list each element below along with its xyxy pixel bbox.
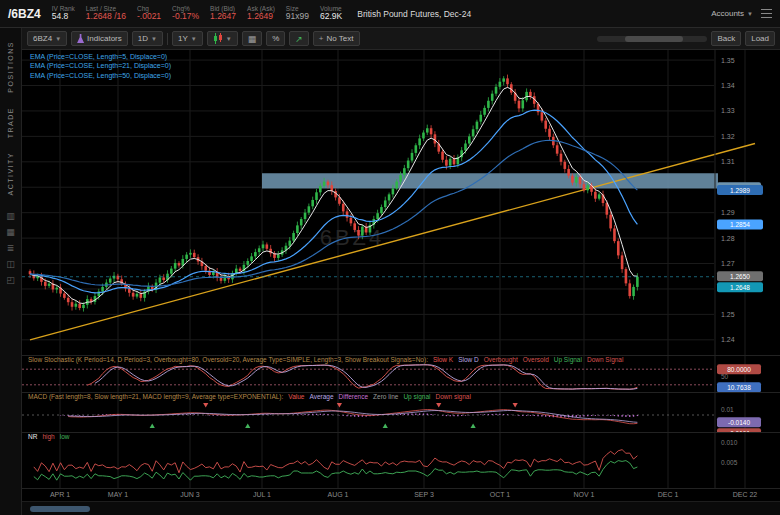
sidebar-icon-4[interactable]: ◰	[6, 276, 15, 285]
date-label: MAY 1	[108, 491, 128, 498]
legend-item: Overbought	[484, 357, 518, 364]
load-button[interactable]: Load	[745, 31, 775, 46]
date-label: OCT 1	[490, 491, 511, 498]
svg-text:1.24: 1.24	[721, 336, 735, 343]
svg-text:1.34: 1.34	[721, 82, 735, 89]
svg-text:1.33: 1.33	[721, 107, 735, 114]
chevron-down-icon: ▼	[191, 36, 197, 42]
svg-text:1.2650: 1.2650	[730, 273, 750, 280]
svg-text:0.010: 0.010	[721, 439, 738, 446]
drawing-tool-button[interactable]: + No Text	[313, 31, 360, 46]
date-label: DEC 22	[733, 491, 758, 498]
drawing-tool-label: No Text	[327, 34, 354, 43]
toolbar-divider	[167, 33, 168, 45]
study-labels: EMA (Price=CLOSE, Length=5, Displace=0) …	[30, 53, 171, 80]
back-button[interactable]: Back	[711, 31, 741, 46]
legend-item: Difference	[339, 394, 369, 401]
trend-tool-button[interactable]: ↗	[289, 31, 309, 46]
legend-item: Value	[288, 394, 304, 401]
quote-field: Ask (Ask)1.2649	[247, 6, 275, 22]
chevron-down-icon: ▼	[151, 36, 157, 42]
menu-icon[interactable]	[761, 9, 772, 18]
bottom-bar	[22, 501, 780, 515]
accounts-label: Accounts	[711, 9, 744, 18]
quote-bar: /6BZ4 IV Rank54.8Last / Size1.2648 /16Ch…	[0, 0, 780, 28]
cursor-tool-icon: +	[319, 34, 324, 43]
ema21-label: EMA (Price=CLOSE, Length=21, Displace=0)	[30, 62, 171, 70]
stochastic-legend: Slow Stochastic (K Period=14, D Period=3…	[28, 357, 623, 364]
back-label: Back	[717, 34, 735, 43]
time-scrollbar-thumb[interactable]	[625, 36, 683, 42]
quote-field: Chg-.0021	[137, 6, 161, 22]
trendline-tool-icon: ↗	[295, 34, 303, 44]
legend-item: Down signal	[435, 394, 470, 401]
svg-text:1.2648: 1.2648	[730, 284, 750, 291]
sidebar-tab-positions[interactable]: POSITIONS	[7, 34, 14, 100]
legend-item: Down Signal	[587, 357, 624, 364]
instrument-description: British Pound Futures, Dec-24	[357, 9, 471, 19]
svg-text:0.005: 0.005	[721, 459, 738, 466]
svg-text:1.2989: 1.2989	[730, 187, 750, 194]
sidebar-icon-3[interactable]: ◫	[6, 260, 15, 269]
date-label: JUN 3	[180, 491, 199, 498]
range-dropdown[interactable]: 1Y ▼	[172, 31, 203, 46]
time-scrollbar[interactable]	[597, 36, 707, 42]
horizontal-scrollbar[interactable]	[30, 506, 90, 512]
study-title: NR	[28, 434, 37, 441]
indicators-flask-icon	[77, 34, 84, 43]
timeframe-dropdown[interactable]: 1D ▼	[132, 31, 163, 46]
chevron-down-icon: ▼	[226, 36, 232, 42]
quote-fields: IV Rank54.8Last / Size1.2648 /16Chg-.002…	[52, 6, 343, 22]
nr-legend: NRhighlow	[28, 434, 69, 441]
svg-text:1.27: 1.27	[721, 260, 735, 267]
chart-style-dropdown[interactable]: ▼	[207, 31, 238, 46]
svg-text:1.2854: 1.2854	[730, 221, 750, 228]
sidebar-icon-0[interactable]: ▥	[6, 212, 15, 221]
legend-item: Slow K	[433, 357, 453, 364]
quote-field: Bid (Bid)1.2647	[210, 6, 236, 22]
symbol-title: /6BZ4	[8, 7, 41, 21]
svg-text:1.25: 1.25	[721, 311, 735, 318]
quote-field: Volume62.9K	[320, 6, 342, 22]
svg-text:0.01: 0.01	[721, 406, 734, 413]
quote-field: Last / Size1.2648 /16	[86, 6, 126, 22]
svg-text:1.29: 1.29	[721, 209, 735, 216]
chart-area: 1.351.341.331.321.311.291.281.271.261.25…	[22, 50, 780, 515]
price-chart-canvas[interactable]: 1.351.341.331.321.311.291.281.271.261.25…	[22, 50, 780, 355]
sidebar-icon-2[interactable]: ≣	[7, 244, 15, 253]
legend-item: Average	[309, 394, 333, 401]
svg-text:-0.0140: -0.0140	[728, 419, 750, 426]
macd-legend: MACD (Fast length=8, Slow length=21, MAC…	[28, 394, 471, 401]
legend-item: Up Signal	[554, 357, 582, 364]
trading-platform-window: /6BZ4 IV Rank54.8Last / Size1.2648 /16Ch…	[0, 0, 780, 515]
nr-panel[interactable]: 0.0100.005	[22, 432, 780, 488]
load-label: Load	[751, 34, 769, 43]
percent-scale-button[interactable]: %	[266, 31, 285, 46]
sidebar-icon-1[interactable]: ▦	[6, 228, 15, 237]
chevron-down-icon: ▼	[747, 11, 753, 17]
date-label: AUG 1	[327, 491, 348, 498]
symbol-input-value: 6BZ4	[33, 34, 52, 43]
accounts-dropdown[interactable]: Accounts ▼	[711, 9, 753, 18]
timeframe-value: 1D	[138, 34, 148, 43]
date-label: NOV 1	[573, 491, 594, 498]
svg-text:1.28: 1.28	[721, 235, 735, 242]
date-label: APR 1	[50, 491, 70, 498]
sidebar-tab-trade[interactable]: TRADE	[7, 100, 14, 145]
grid-toggle-button[interactable]: ▦	[242, 31, 263, 46]
chart-toolbar: 6BZ4 ▼ Indicators 1D ▼ 1Y ▼ ▼ ▦	[22, 28, 780, 50]
ema5-label: EMA (Price=CLOSE, Length=5, Displace=0)	[30, 53, 171, 61]
indicators-button[interactable]: Indicators	[71, 31, 128, 46]
legend-item: Slow D	[458, 357, 479, 364]
svg-text:1.31: 1.31	[721, 158, 735, 165]
svg-text:10.7638: 10.7638	[727, 384, 751, 391]
svg-text:80.0000: 80.0000	[727, 366, 751, 373]
sidebar-tab-activity[interactable]: ACTIVITY	[7, 145, 14, 203]
legend-item: Zero line	[373, 394, 398, 401]
svg-text:1.35: 1.35	[721, 57, 735, 64]
date-axis[interactable]: APR 1MAY 1JUN 3JUL 1AUG 1SEP 3OCT 1NOV 1…	[22, 488, 780, 501]
date-label: SEP 3	[414, 491, 434, 498]
symbol-input[interactable]: 6BZ4 ▼	[27, 31, 67, 46]
legend-item: Oversold	[523, 357, 549, 364]
study-title: Slow Stochastic (K Period=14, D Period=3…	[28, 357, 428, 364]
